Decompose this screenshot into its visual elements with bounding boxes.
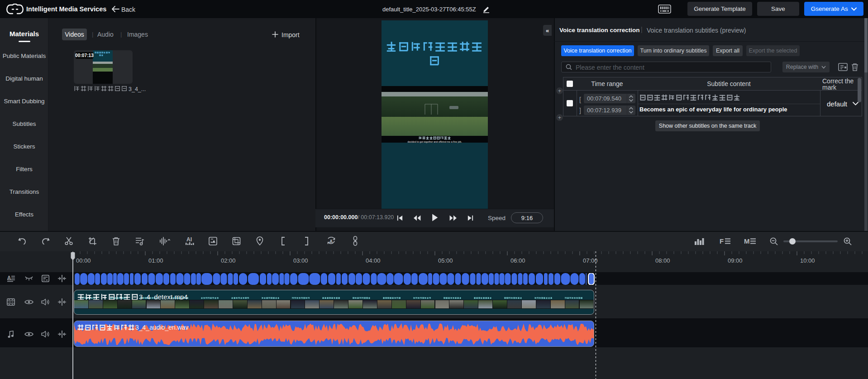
svg-text:AI: AI	[186, 236, 192, 243]
svg-text:M: M	[744, 237, 750, 245]
svg-text:F: F	[720, 237, 724, 245]
svg-text:A: A	[329, 239, 333, 244]
